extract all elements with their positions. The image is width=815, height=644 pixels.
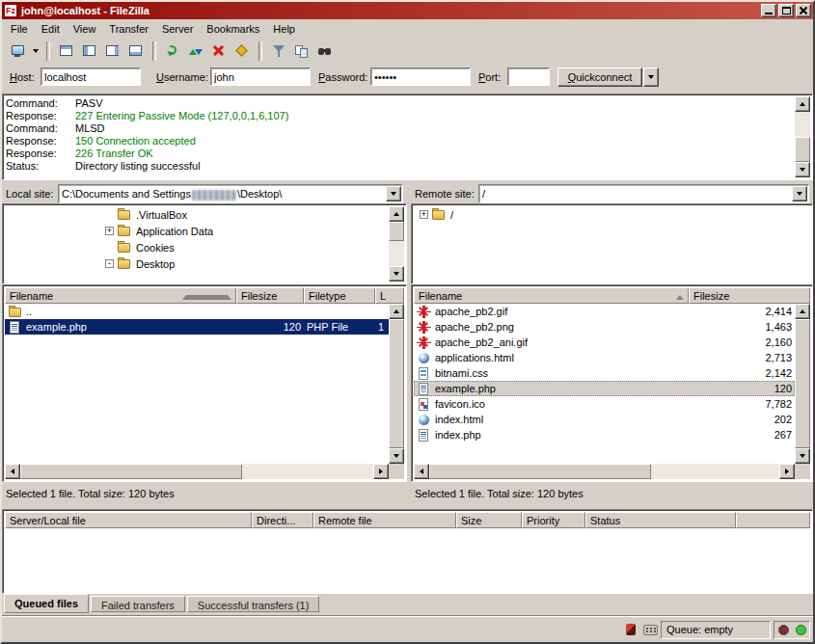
tree-item[interactable]: + / <box>414 206 810 223</box>
scroll-up-button[interactable] <box>389 206 404 222</box>
username-input[interactable] <box>210 67 311 86</box>
expand-toggle[interactable]: - <box>105 259 114 268</box>
toolbar-button[interactable] <box>313 40 337 62</box>
toolbar-button[interactable] <box>207 40 231 62</box>
toolbar-button[interactable] <box>6 40 29 62</box>
queue-column-header[interactable]: Directi... <box>252 512 313 528</box>
file-row[interactable]: apache_pb2.png 1,463 <box>414 319 795 335</box>
scroll-up-button[interactable] <box>795 304 810 319</box>
toolbar-button[interactable] <box>55 40 78 62</box>
menu-item[interactable]: Bookmarks <box>200 21 266 37</box>
close-button[interactable] <box>796 4 811 17</box>
column-header[interactable]: Filesize <box>236 287 304 304</box>
queue-column-header[interactable]: Status <box>585 512 736 528</box>
scroll-down-button[interactable] <box>795 448 810 464</box>
remote-site-dropdown-button[interactable] <box>792 186 807 201</box>
quickconnect-button[interactable]: Quickconnect <box>557 67 642 87</box>
scroll-left-button[interactable] <box>414 464 429 479</box>
column-header[interactable]: Filetype <box>304 287 375 304</box>
queue-column-header[interactable]: Remote file <box>313 512 456 528</box>
tree-item[interactable]: + Application Data <box>5 223 388 239</box>
expand-toggle[interactable]: + <box>420 210 428 219</box>
sort-ascending-icon <box>676 291 684 300</box>
remote-site-combo[interactable]: / <box>478 184 809 203</box>
toolbar-button[interactable] <box>124 40 148 62</box>
minimize-button[interactable] <box>761 4 776 17</box>
queue-status: Queue: empty <box>661 621 771 639</box>
column-header[interactable]: Filename <box>5 287 236 304</box>
local-site-dropdown-button[interactable] <box>386 186 401 201</box>
scroll-up-button[interactable] <box>389 304 404 319</box>
toolbar-button[interactable] <box>78 40 101 62</box>
toolbar-button[interactable] <box>267 40 290 62</box>
datatype-indicator-icon[interactable] <box>623 623 638 636</box>
local-path: C:\Documents and Settings\Desktop\ <box>62 185 385 202</box>
quickconnect-dropdown-button[interactable] <box>643 67 659 87</box>
scroll-down-button[interactable] <box>795 162 810 177</box>
remote-list-horizontal-scrollbar[interactable] <box>414 464 795 479</box>
expand-toggle[interactable]: + <box>105 227 114 235</box>
port-input[interactable] <box>507 67 550 86</box>
toolbar-button[interactable] <box>101 40 124 62</box>
scroll-thumb[interactable] <box>20 464 242 479</box>
toolbar-button[interactable] <box>29 40 41 62</box>
log-vertical-scrollbar[interactable] <box>795 96 810 177</box>
file-row[interactable]: bitnami.css 2,142 <box>414 365 795 381</box>
scroll-thumb[interactable] <box>795 319 810 448</box>
keypad-indicator-icon[interactable] <box>643 623 659 636</box>
file-row[interactable]: example.php 120 PHP File 1 <box>5 319 389 335</box>
file-row[interactable]: apache_pb2_ani.gif 2,160 <box>414 335 795 350</box>
queue-column-header[interactable] <box>736 512 810 528</box>
scroll-thumb[interactable] <box>795 137 810 162</box>
menu-item[interactable]: Server <box>155 21 200 37</box>
file-row[interactable]: index.html 202 <box>414 412 795 427</box>
file-row[interactable]: .. <box>5 304 389 319</box>
tree-item[interactable]: .VirtualBox <box>5 206 388 223</box>
menu-item[interactable]: View <box>67 21 103 37</box>
scroll-down-button[interactable] <box>389 266 404 282</box>
local-list-horizontal-scrollbar[interactable] <box>5 464 389 479</box>
toolbar-button[interactable] <box>161 40 184 62</box>
scroll-down-button[interactable] <box>389 448 404 464</box>
filezilla-icon: Fz <box>4 4 17 17</box>
queue-tab[interactable]: Failed transfers <box>91 596 185 612</box>
file-row[interactable]: applications.html 2,713 <box>414 350 795 365</box>
column-header[interactable]: Filesize <box>689 287 810 304</box>
tree-item[interactable]: Cookies <box>5 239 388 255</box>
scroll-thumb[interactable] <box>389 222 404 241</box>
triangle-up-icon <box>800 307 805 313</box>
scroll-right-button[interactable] <box>779 464 795 479</box>
local-site-combo[interactable]: C:\Documents and Settings\Desktop\ <box>58 184 403 203</box>
file-row[interactable]: favicon.ico 7,782 <box>414 396 795 412</box>
local-list-vertical-scrollbar[interactable] <box>389 304 404 464</box>
queue-column-header[interactable]: Server/Local file <box>5 512 252 528</box>
menu-item[interactable]: Edit <box>35 21 67 37</box>
file-row[interactable]: index.php 267 <box>414 427 795 443</box>
remote-list-vertical-scrollbar[interactable] <box>795 304 810 464</box>
menu-item[interactable]: Help <box>266 21 302 37</box>
file-row[interactable]: apache_pb2.gif 2,414 <box>414 304 795 319</box>
titlebar[interactable]: Fz john@localhost - FileZilla <box>2 2 813 19</box>
local-tree-scrollbar[interactable] <box>389 206 404 282</box>
menu-item[interactable]: Transfer <box>102 21 155 37</box>
scroll-thumb[interactable] <box>429 464 651 479</box>
scroll-right-button[interactable] <box>373 464 389 479</box>
queue-tab[interactable]: Successful transfers (1) <box>187 596 320 612</box>
scroll-thumb[interactable] <box>389 319 404 448</box>
maximize-button[interactable] <box>778 4 794 17</box>
column-header[interactable]: Filename <box>414 287 689 304</box>
toolbar-button[interactable] <box>290 40 313 62</box>
file-row[interactable]: example.php 120 <box>414 381 795 396</box>
queue-tab[interactable]: Queued files <box>4 594 89 613</box>
scroll-left-button[interactable] <box>5 464 20 479</box>
tree-item[interactable]: - Desktop <box>5 255 388 272</box>
queue-column-header[interactable]: Size <box>456 512 522 528</box>
menu-item[interactable]: File <box>4 21 35 37</box>
toolbar-button[interactable] <box>231 40 254 62</box>
queue-column-header[interactable]: Priority <box>522 512 585 528</box>
host-input[interactable] <box>41 67 141 86</box>
toolbar-button[interactable] <box>184 40 207 62</box>
column-header[interactable]: L <box>375 287 404 304</box>
scroll-up-button[interactable] <box>795 96 810 112</box>
password-input[interactable] <box>370 67 471 86</box>
